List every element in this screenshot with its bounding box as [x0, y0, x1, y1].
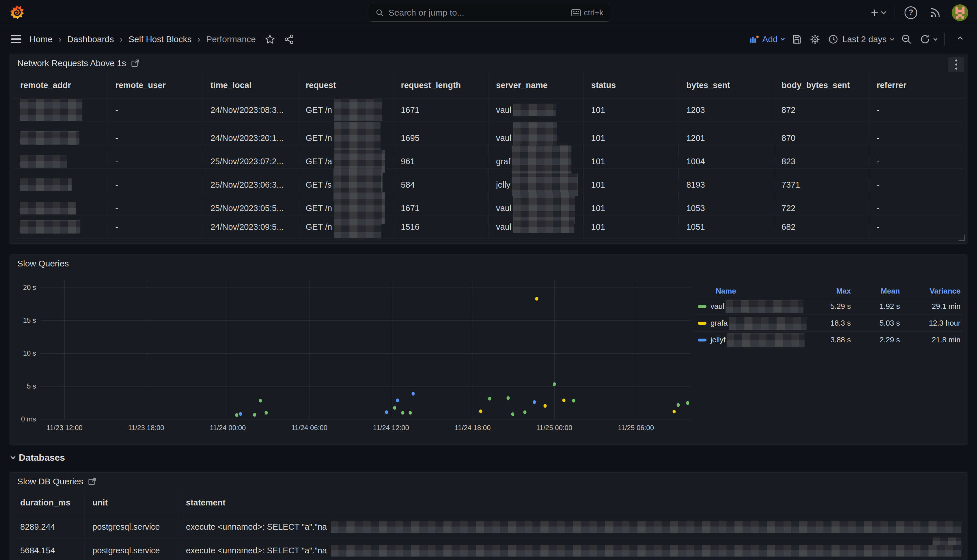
y-axis-tick-label: 15 s: [23, 317, 36, 325]
menu-toggle[interactable]: [9, 33, 23, 45]
cell-text: 25/Nov/2023:07:2...: [210, 157, 283, 166]
cell-text: 1203: [686, 105, 705, 115]
column-header-duration_ms[interactable]: duration_ms: [13, 490, 85, 515]
legend-header-row: Name Max Mean Variance: [693, 284, 963, 298]
column-header-status[interactable]: status: [584, 72, 679, 98]
legend-mean-value: 1.92 s: [851, 302, 900, 311]
x-axis-tick-label: 11/24 12:00: [373, 424, 409, 432]
favorite-button[interactable]: [262, 32, 278, 47]
scatter-point: [673, 410, 676, 413]
scatter-point: [677, 403, 680, 407]
section-databases[interactable]: Databases: [10, 450, 967, 465]
y-axis-tick-label: 10 s: [23, 349, 36, 357]
legend-header-mean[interactable]: Mean: [851, 287, 900, 296]
legend-header-max[interactable]: Max: [807, 287, 851, 296]
collapse-toolbar-button[interactable]: [952, 32, 968, 47]
redacted-text: [20, 220, 80, 233]
time-range-picker[interactable]: Last 2 days: [828, 34, 894, 45]
legend-series-name[interactable]: vaul: [710, 300, 807, 313]
legend-series-name[interactable]: jellyf: [710, 333, 807, 347]
column-header-request_length[interactable]: request_length: [393, 72, 488, 98]
breadcrumb-separator: ›: [197, 34, 201, 45]
zoom-out-button[interactable]: [901, 34, 912, 45]
series-color-pill[interactable]: [698, 338, 707, 342]
external-link-icon[interactable]: [131, 59, 140, 68]
zoom-out-icon: [901, 34, 912, 45]
breadcrumb-dashboards[interactable]: Dashboards: [67, 34, 114, 44]
legend-max-value: 3.88 s: [807, 335, 851, 344]
table-cell: -: [108, 215, 203, 238]
series-color-pill[interactable]: [698, 322, 707, 325]
column-header-unit[interactable]: unit: [85, 490, 178, 515]
panel-title[interactable]: Slow DB Queries: [17, 477, 83, 487]
panel-slow-queries: Slow Queries 0 ms5 s10 s15 s20 s11/23 12…: [10, 254, 967, 445]
panel-resize-handle[interactable]: [959, 235, 965, 241]
chevron-down-icon: [780, 37, 784, 40]
table-header-row: remote_addrremote_usertime_localrequestr…: [13, 72, 964, 98]
breadcrumb-folder[interactable]: Self Host Blocks: [128, 34, 192, 44]
column-header-server_name[interactable]: server_name: [488, 72, 584, 98]
panel-slow-db-queries: Slow DB Queries duration_msunitstatement…: [10, 472, 967, 560]
column-header-remote_addr[interactable]: remote_addr: [13, 72, 108, 98]
legend-variance-value: 29.1 min: [900, 302, 960, 311]
y-axis-tick-label: 0 ms: [21, 415, 36, 423]
refresh-button[interactable]: [920, 34, 937, 45]
scatter-point: [401, 411, 405, 415]
dashboard-settings-button[interactable]: [810, 34, 820, 45]
rss-icon: [929, 7, 941, 19]
column-header-body_bytes_sent[interactable]: body_bytes_sent: [774, 72, 869, 98]
legend-mean-value: 2.29 s: [851, 335, 900, 344]
cell-text: execute <unnamed>: SELECT "a"."na: [186, 522, 327, 532]
save-dashboard-button[interactable]: [792, 34, 802, 45]
search-input[interactable]: Search or jump to... ctrl+k: [369, 4, 610, 22]
y-axis-tick-label: 5 s: [27, 382, 36, 390]
grafana-logo[interactable]: [9, 4, 25, 21]
help-button[interactable]: ?: [903, 5, 919, 20]
statement-content: execute <unnamed>: SELECT "a"."na: [186, 545, 961, 557]
network-requests-table: remote_addrremote_usertime_localrequestr…: [13, 72, 964, 239]
cell-text: -: [115, 133, 118, 143]
legend-header-name[interactable]: Name: [716, 287, 807, 296]
help-icon: ?: [905, 7, 917, 19]
column-header-bytes_sent[interactable]: bytes_sent: [679, 72, 774, 98]
breadcrumb: Home › Dashboards › Self Host Blocks › P…: [30, 34, 256, 45]
news-button[interactable]: [927, 5, 943, 20]
panel-title[interactable]: Slow Queries: [17, 258, 69, 268]
new-menu-button[interactable]: +: [871, 5, 885, 20]
external-link-icon[interactable]: [88, 477, 97, 486]
column-header-request[interactable]: request: [298, 72, 393, 98]
share-button[interactable]: [281, 32, 297, 47]
breadcrumb-separator: ›: [120, 34, 123, 45]
redacted-text: [727, 333, 805, 347]
statement-content: execute <unnamed>: SELECT "a"."na: [186, 521, 961, 533]
chevron-down-icon: [881, 9, 886, 14]
cell-text: 25/Nov/2023:06:3...: [210, 180, 283, 190]
table-row: -25/Nov/2023:06:3...GET /s584jelly101819…: [13, 168, 964, 192]
cell-text: 872: [782, 105, 795, 115]
breadcrumb-home[interactable]: Home: [30, 34, 53, 44]
cell-text: 961: [401, 157, 415, 166]
cell-text: 1695: [401, 133, 420, 143]
column-header-time_local[interactable]: time_local: [203, 72, 298, 98]
panel-title[interactable]: Network Requests Above 1s: [17, 58, 126, 68]
x-axis-tick-label: 11/25 06:00: [618, 424, 654, 432]
cell-text: grafa: [710, 319, 727, 328]
add-button[interactable]: Add: [750, 34, 784, 44]
cell-text: 870: [782, 133, 795, 143]
cell-text: 722: [782, 203, 795, 213]
column-header-referrer[interactable]: referrer: [869, 72, 964, 98]
series-color-pill[interactable]: [698, 305, 707, 308]
cell-text: -: [115, 157, 118, 166]
cell-text: 101: [591, 133, 605, 143]
table-row: -25/Nov/2023:05:5...GET /n1671vaul101105…: [13, 192, 964, 215]
panel-menu-button[interactable]: [948, 57, 964, 72]
cell-text: 24/Nov/2023:09:5...: [210, 222, 283, 232]
avatar[interactable]: [952, 4, 968, 21]
legend-series-name[interactable]: grafa: [710, 317, 807, 330]
scatter-point: [265, 411, 268, 415]
column-header-statement[interactable]: statement: [178, 490, 964, 515]
column-header-remote_user[interactable]: remote_user: [108, 72, 203, 98]
legend-header-variance[interactable]: Variance: [900, 287, 960, 296]
panel-header: Slow DB Queries: [10, 473, 967, 490]
cell-text: -: [877, 203, 879, 213]
